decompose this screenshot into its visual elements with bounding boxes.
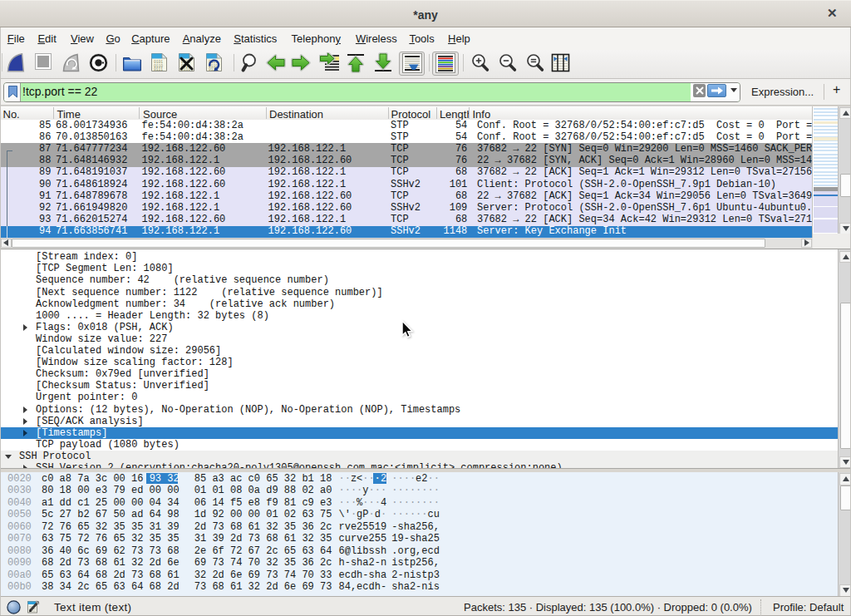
svg-text:0111: 0111 xyxy=(154,67,163,71)
